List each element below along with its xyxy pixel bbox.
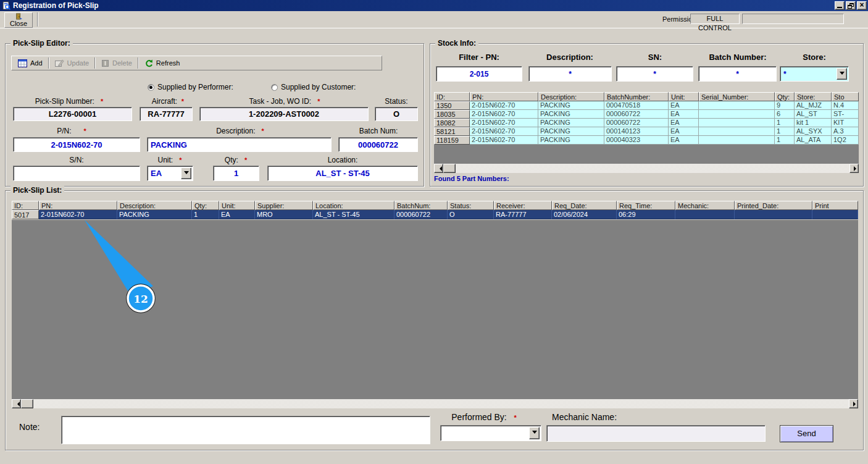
stock-col-id[interactable]: ID: <box>434 92 470 101</box>
stock-col-description[interactable]: Description: <box>538 92 604 101</box>
pick-slip-list-group: Pick-Slip List: ID: PN: Description: Qty… <box>5 190 864 450</box>
stock-col-serial[interactable]: Serial_Number: <box>699 92 775 101</box>
batch-num-field[interactable]: 000060722 <box>338 137 418 152</box>
permission-extra-box <box>742 14 844 24</box>
aircraft-field[interactable]: RA-77777 <box>140 107 193 121</box>
filter-description-input[interactable]: * <box>528 66 612 82</box>
toolbar-separator <box>37 12 38 27</box>
qty-label: Qty: * <box>225 156 247 164</box>
performed-by-label: Performed By: * <box>451 412 516 422</box>
stock-table: ID: PN: Description: BatchNumber: Unit: … <box>434 92 859 145</box>
list-col-req-time[interactable]: Req_Time: <box>617 201 675 210</box>
pick-slip-number-field[interactable]: L2276-00001 <box>13 107 132 121</box>
scroll-right-icon[interactable] <box>849 399 858 408</box>
refresh-icon <box>144 59 153 67</box>
stock-row-2[interactable]: 180352-015N602-70PACKING000060722EA6AL_S… <box>434 110 859 119</box>
radio-unselected-icon <box>271 84 278 91</box>
performed-by-dropdown-arrow-icon[interactable] <box>529 427 540 439</box>
status-label: Status: <box>385 97 407 106</box>
close-window-button[interactable]: × <box>857 1 867 10</box>
update-button[interactable]: Update <box>51 57 93 69</box>
performed-by-dropdown[interactable] <box>440 425 541 441</box>
minimize-button[interactable] <box>835 1 845 10</box>
batch-num-label: Batch Num: <box>359 127 398 135</box>
list-col-location[interactable]: Location: <box>313 201 394 210</box>
restore-button[interactable] <box>846 1 856 10</box>
list-col-mechanic[interactable]: Mechanic: <box>675 201 735 210</box>
send-button[interactable]: Send <box>780 425 833 442</box>
filter-store-dropdown[interactable]: * <box>780 66 849 82</box>
pick-slip-list-table: ID: PN: Description: Qty: Unit: Supplier… <box>12 201 858 219</box>
scroll-left-icon[interactable] <box>12 399 21 408</box>
permission-value: FULL CONTROL <box>690 14 740 24</box>
mechanic-name-field[interactable] <box>546 425 766 442</box>
list-scroll-thumb[interactable] <box>21 399 33 408</box>
unit-dropdown-arrow-icon[interactable] <box>181 167 191 179</box>
refresh-button[interactable]: Refresh <box>140 57 185 69</box>
list-col-receiver[interactable]: Receiver: <box>494 201 552 210</box>
stock-group-title: Stock Info: <box>435 39 478 48</box>
add-button[interactable]: Add <box>14 57 47 69</box>
status-field[interactable]: O <box>375 107 418 121</box>
list-col-id[interactable]: ID: <box>12 201 39 210</box>
delete-button[interactable]: Delete <box>97 57 136 69</box>
list-col-description[interactable]: Description: <box>117 201 192 210</box>
add-label: Add <box>30 59 43 67</box>
stock-scroll-thumb[interactable] <box>443 164 456 173</box>
supplied-by-customer-radio[interactable]: Supplied by Customer: <box>271 83 356 91</box>
list-col-req-date[interactable]: Req_Date: <box>552 201 617 210</box>
stock-row-4[interactable]: 581212-015N602-70PACKING000140123EA1AL_S… <box>434 127 859 136</box>
list-hscrollbar[interactable] <box>12 399 858 408</box>
pn-field[interactable]: 2-015N602-70 <box>13 137 140 152</box>
scroll-left-icon[interactable] <box>434 164 443 173</box>
stock-col-pn[interactable]: PN: <box>470 92 538 101</box>
sn-field[interactable] <box>13 166 140 181</box>
update-icon <box>55 59 64 67</box>
selected-pick-slip-row[interactable]: 5017 2-015N602-70 PACKING 1 EA MRO AL_ST… <box>12 210 858 219</box>
note-label: Note: <box>19 422 40 432</box>
list-col-print[interactable]: Print <box>812 201 858 210</box>
supplied-by-performer-radio[interactable]: Supplied by Performer: <box>148 83 233 91</box>
stock-header-row: ID: PN: Description: BatchNumber: Unit: … <box>434 92 859 101</box>
task-label: Task - Job, WO ID: * <box>249 97 320 106</box>
qty-field[interactable]: 1 <box>213 166 259 181</box>
delete-icon <box>101 59 109 67</box>
task-field[interactable]: 1-202209-AST0002 <box>199 107 369 121</box>
minimize-icon <box>837 7 842 8</box>
filter-batch-input[interactable]: * <box>698 66 777 82</box>
filter-pn-input[interactable]: 2-015 <box>436 66 522 82</box>
stock-col-store[interactable]: Store: <box>795 92 832 101</box>
stock-col-batchnumber[interactable]: BatchNumber: <box>604 92 669 101</box>
stock-row-3[interactable]: 180822-015N602-70PACKING000060722EA1kit … <box>434 119 859 127</box>
pick-slip-number-label: Pick-Slip Number: * <box>35 97 103 106</box>
close-form-button[interactable]: Close <box>4 12 33 28</box>
radio-selected-icon <box>148 84 154 91</box>
unit-dropdown[interactable]: EA <box>147 166 193 181</box>
list-col-batchnum[interactable]: BatchNum: <box>394 201 448 210</box>
stock-row-1[interactable]: 13502-015N602-70PACKING000470518EA9AL_MJ… <box>434 101 859 110</box>
stock-col-qty[interactable]: Qty: <box>775 92 795 101</box>
list-col-qty[interactable]: Qty: <box>192 201 219 210</box>
customer-radio-label: Supplied by Customer: <box>281 83 356 91</box>
filter-sn-input[interactable]: * <box>616 66 693 82</box>
filter-batch-label: Batch Number: <box>709 53 766 62</box>
editor-toolbar: Add Update Delete Refresh <box>11 56 382 70</box>
list-col-printed-date[interactable]: Printed_Date: <box>735 201 812 210</box>
location-field[interactable]: AL_ST - ST-45 <box>267 166 418 181</box>
stock-col-unit[interactable]: Unit: <box>669 92 699 101</box>
note-input[interactable] <box>61 416 430 444</box>
list-col-status[interactable]: Status: <box>448 201 494 210</box>
list-col-pn[interactable]: PN: <box>39 201 117 210</box>
window-title: Registration of Pick-Slip <box>13 1 99 10</box>
store-dropdown-arrow-icon[interactable] <box>837 68 847 80</box>
scroll-right-icon[interactable] <box>849 164 859 173</box>
exit-door-icon <box>14 13 23 20</box>
list-col-unit[interactable]: Unit: <box>219 201 255 210</box>
stock-info-group: Stock Info: Filter - PN: Description: SN… <box>430 43 864 187</box>
description-field[interactable]: PACKING <box>147 137 332 152</box>
stock-hscrollbar[interactable] <box>434 164 859 173</box>
stock-row-5[interactable]: 1181592-015N602-70PACKING000040323EA1AL_… <box>434 136 859 145</box>
list-col-supplier[interactable]: Supplier: <box>255 201 313 210</box>
delete-label: Delete <box>112 59 132 67</box>
stock-col-sto[interactable]: Sto <box>832 92 859 101</box>
